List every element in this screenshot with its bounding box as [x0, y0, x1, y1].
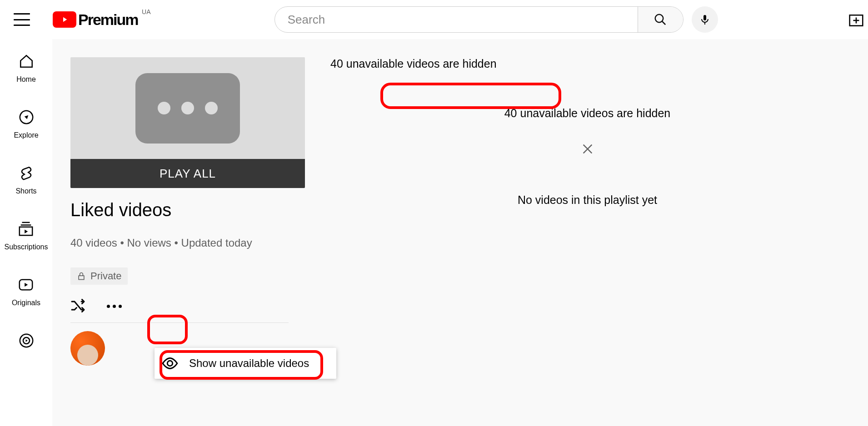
svg-rect-2	[703, 15, 706, 20]
sidebar-item-label: Originals	[12, 299, 40, 307]
create-icon	[849, 15, 863, 26]
sidebar-item-subscriptions[interactable]: Subscriptions	[4, 220, 48, 251]
close-icon	[581, 143, 594, 155]
sidebar-item-label: Explore	[14, 131, 38, 139]
play-all-button[interactable]: PLAY ALL	[70, 159, 305, 188]
create-button[interactable]	[849, 15, 863, 28]
originals-icon	[17, 276, 35, 293]
playlist-content: 40 unavailable videos are hidden 40 unav…	[307, 39, 868, 426]
sidebar-item-label: Subscriptions	[4, 243, 48, 251]
sidebar-item-label: Shorts	[15, 187, 36, 195]
search-input[interactable]	[275, 13, 638, 27]
playlist-thumbnail[interactable]: PLAY ALL	[70, 57, 305, 188]
svg-point-0	[655, 15, 663, 23]
lock-icon	[77, 271, 86, 281]
youtube-logo-icon	[53, 11, 76, 28]
search-button[interactable]	[638, 7, 683, 32]
placeholder-thumbnail-icon	[135, 73, 240, 144]
sidebar-item-home[interactable]: Home	[16, 53, 36, 84]
sidebar-item-explore[interactable]: Explore	[14, 109, 38, 139]
sidebar: Home Explore Shorts Subscriptions Origin…	[0, 39, 52, 426]
menu-item-show-unavailable[interactable]: Show unavailable videos	[189, 357, 309, 370]
playlist-title: Liked videos	[70, 200, 289, 220]
svg-rect-14	[79, 276, 84, 279]
sidebar-item-originals[interactable]: Originals	[12, 276, 40, 307]
hidden-videos-banner: 40 unavailable videos are hidden	[330, 57, 497, 70]
music-icon	[18, 332, 35, 349]
shuffle-button[interactable]	[70, 299, 87, 314]
header: Premium UA	[0, 0, 868, 39]
main-content: PLAY ALL Liked videos 40 videos • No vie…	[52, 39, 868, 426]
privacy-label: Private	[90, 270, 121, 282]
privacy-badge: Private	[70, 267, 128, 285]
search-icon	[653, 13, 667, 26]
sidebar-item-shorts[interactable]: Shorts	[15, 164, 36, 195]
voice-search-button[interactable]	[692, 6, 718, 33]
sidebar-item-music[interactable]	[18, 332, 35, 355]
more-menu-popup: Show unavailable videos	[155, 348, 336, 379]
sidebar-item-label: Home	[16, 75, 36, 84]
channel-avatar	[70, 331, 105, 366]
youtube-premium-logo[interactable]: Premium UA	[53, 11, 138, 29]
search-area	[138, 6, 855, 33]
menu-icon[interactable]	[14, 13, 30, 26]
dismiss-button[interactable]	[581, 143, 594, 157]
microphone-icon	[699, 13, 710, 26]
divider	[70, 322, 289, 323]
eye-icon	[162, 357, 178, 369]
region-label: UA	[142, 8, 150, 15]
explore-icon	[18, 109, 35, 126]
logo-text: Premium	[78, 11, 138, 29]
playlist-actions	[70, 298, 289, 314]
body: Home Explore Shorts Subscriptions Origin…	[0, 39, 868, 426]
empty-playlist-message: No videos in this playlist yet	[518, 193, 657, 207]
search-box	[274, 6, 683, 33]
hidden-videos-message: 40 unavailable videos are hidden	[504, 107, 671, 120]
shorts-icon	[18, 164, 35, 182]
shuffle-icon	[70, 299, 87, 312]
svg-line-1	[662, 21, 666, 25]
svg-point-15	[167, 361, 173, 366]
home-icon	[18, 53, 35, 70]
subscriptions-icon	[17, 220, 35, 238]
more-actions-button[interactable]	[100, 298, 128, 314]
playlist-stats: 40 videos • No views • Updated today	[70, 237, 289, 249]
